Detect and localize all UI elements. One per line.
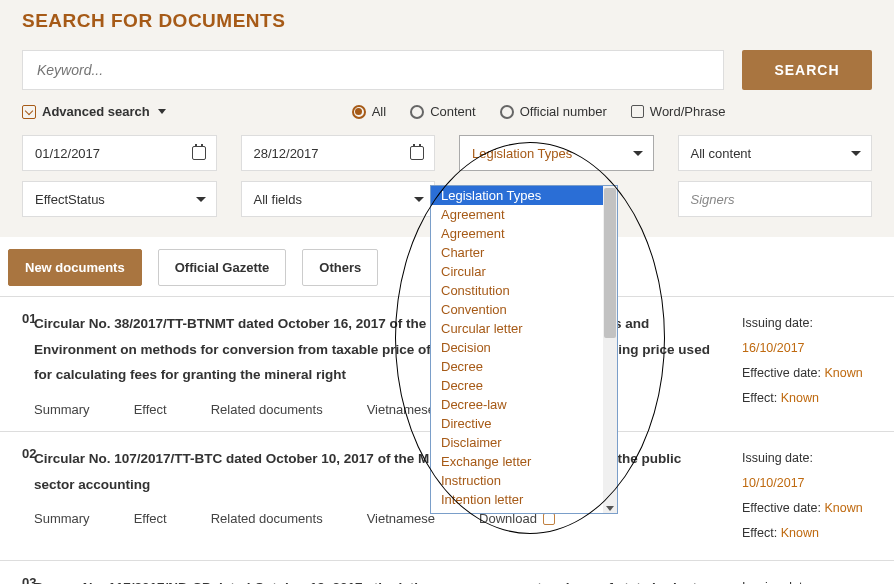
result-number: 01: [0, 311, 34, 417]
tab-others[interactable]: Others: [302, 249, 378, 286]
all-fields-value: All fields: [254, 192, 302, 207]
radio-checked-icon: [352, 105, 366, 119]
related-link[interactable]: Related documents: [211, 402, 323, 417]
result-meta: Issuing date: 10/10/2017Effective date: …: [726, 446, 894, 546]
dropdown-option[interactable]: Legislation Types: [431, 186, 617, 205]
dropdown-option[interactable]: Agreement: [431, 224, 617, 243]
dropdown-option[interactable]: Decree: [431, 357, 617, 376]
related-link[interactable]: Related documents: [211, 511, 323, 526]
search-mode-group: All Content Official number Word/Phrase: [352, 104, 726, 119]
mode-content-label: Content: [430, 104, 476, 119]
calendar-icon: [410, 146, 424, 160]
keyword-input[interactable]: [22, 50, 724, 90]
chevron-down-icon: [414, 197, 424, 202]
dropdown-option[interactable]: Decree: [431, 376, 617, 395]
result-meta: Issuing date: 19/10/2017: [726, 575, 894, 584]
effect-link[interactable]: Effect: [134, 402, 167, 417]
chevron-down-icon: [851, 151, 861, 156]
issuing-date: Issuing date: 16/10/2017: [742, 311, 878, 361]
radio-unchecked-icon: [410, 105, 424, 119]
all-content-select[interactable]: All content: [678, 135, 873, 171]
scroll-down-icon: [606, 506, 614, 511]
result-main: Circular No. 38/2017/TT-BTNMT dated Octo…: [34, 311, 726, 417]
dropdown-option[interactable]: Instruction: [431, 471, 617, 490]
dropdown-option[interactable]: Convention: [431, 300, 617, 319]
mode-content[interactable]: Content: [410, 104, 476, 119]
tab-new-documents[interactable]: New documents: [8, 249, 142, 286]
signers-placeholder: Signers: [691, 192, 735, 207]
result-title[interactable]: Decree No. 117/2017/ND-CP dated October …: [34, 575, 714, 584]
effective-date: Effective date: Known: [742, 361, 878, 386]
filter-row-1: 01/12/2017 28/12/2017 Legislation Types …: [0, 135, 894, 181]
to-date-value: 28/12/2017: [254, 146, 319, 161]
effect-value: Effect: Known: [742, 521, 878, 546]
mode-word-phrase[interactable]: Word/Phrase: [631, 104, 726, 119]
summary-link[interactable]: Summary: [34, 511, 90, 526]
mode-all[interactable]: All: [352, 104, 386, 119]
advanced-row: Advanced search All Content Official num…: [0, 104, 894, 135]
dropdown-option[interactable]: Circular: [431, 262, 617, 281]
effect-link[interactable]: Effect: [134, 511, 167, 526]
lang-link[interactable]: Vietnamese: [367, 511, 435, 526]
dropdown-option[interactable]: Constitution: [431, 281, 617, 300]
result-main: Circular No. 107/2017/TT-BTC dated Octob…: [34, 446, 726, 546]
issuing-date: Issuing date: 19/10/2017: [742, 575, 878, 584]
summary-link[interactable]: Summary: [34, 402, 90, 417]
effect-status-select[interactable]: EffectStatus: [22, 181, 217, 217]
checkbox-unchecked-icon: [631, 105, 644, 118]
dropdown-option[interactable]: Charter: [431, 243, 617, 262]
signers-input[interactable]: Signers: [678, 181, 873, 217]
result-meta: Issuing date: 16/10/2017Effective date: …: [726, 311, 894, 417]
download-icon: [543, 513, 555, 525]
legislation-value: Legislation Types: [472, 146, 572, 161]
advanced-search-toggle[interactable]: Advanced search: [22, 104, 166, 119]
all-fields-select[interactable]: All fields: [241, 181, 436, 217]
issuing-date: Issuing date: 10/10/2017: [742, 446, 878, 496]
scrollbar-thumb[interactable]: [604, 188, 616, 338]
all-content-value: All content: [691, 146, 752, 161]
result-main: Decree No. 117/2017/ND-CP dated October …: [34, 575, 726, 584]
effective-date: Effective date: Known: [742, 496, 878, 521]
dropdown-option[interactable]: Agreement: [431, 205, 617, 224]
search-button[interactable]: SEARCH: [742, 50, 872, 90]
to-date-input[interactable]: 28/12/2017: [241, 135, 436, 171]
mode-all-label: All: [372, 104, 386, 119]
dropdown-option[interactable]: Exchange letter: [431, 452, 617, 471]
dropdown-option[interactable]: Decision: [431, 338, 617, 357]
dropdown-option[interactable]: Decree-law: [431, 395, 617, 414]
mode-official-number[interactable]: Official number: [500, 104, 607, 119]
page-title: SEARCH FOR DOCUMENTS: [0, 0, 894, 50]
result-number: 03: [0, 575, 34, 584]
legislation-types-select[interactable]: Legislation Types: [459, 135, 654, 171]
advanced-icon: [22, 105, 36, 119]
dropdown-option[interactable]: Directive: [431, 414, 617, 433]
result-number: 02: [0, 446, 34, 546]
caret-down-icon: [158, 109, 166, 114]
scrollbar[interactable]: [603, 186, 617, 513]
tab-official-gazette[interactable]: Official Gazette: [158, 249, 287, 286]
from-date-value: 01/12/2017: [35, 146, 100, 161]
advanced-label: Advanced search: [42, 104, 150, 119]
legislation-dropdown[interactable]: Legislation TypesAgreementAgreementChart…: [430, 185, 618, 514]
from-date-input[interactable]: 01/12/2017: [22, 135, 217, 171]
dropdown-option[interactable]: Curcular letter: [431, 319, 617, 338]
dropdown-list: Legislation TypesAgreementAgreementChart…: [431, 186, 617, 513]
search-row: SEARCH: [0, 50, 894, 104]
mode-word-label: Word/Phrase: [650, 104, 726, 119]
mode-official-label: Official number: [520, 104, 607, 119]
result-row: 03Decree No. 117/2017/ND-CP dated Octobe…: [0, 561, 894, 584]
dropdown-option[interactable]: Intention letter: [431, 490, 617, 509]
effect-status-value: EffectStatus: [35, 192, 105, 207]
calendar-icon: [192, 146, 206, 160]
chevron-down-icon: [196, 197, 206, 202]
chevron-down-icon: [633, 151, 643, 156]
dropdown-option[interactable]: Disclaimer: [431, 433, 617, 452]
radio-unchecked-icon: [500, 105, 514, 119]
dropdown-option[interactable]: Joint Announcement: [431, 509, 617, 513]
effect-value: Effect: Known: [742, 386, 878, 411]
lang-link[interactable]: Vietnamese: [367, 402, 435, 417]
